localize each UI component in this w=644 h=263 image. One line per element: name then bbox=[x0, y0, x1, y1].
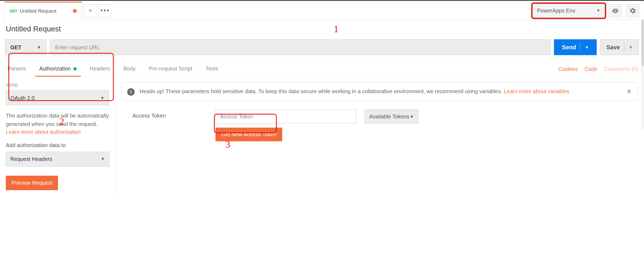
close-notice-button[interactable]: ✕ bbox=[626, 87, 632, 95]
caret-down-icon: ▼ bbox=[410, 114, 414, 119]
send-button[interactable]: Send ▼ bbox=[554, 39, 597, 55]
available-tokens-label: Available Tokens bbox=[369, 113, 409, 119]
method-select[interactable]: GET ▼ bbox=[5, 39, 46, 55]
gear-icon bbox=[629, 7, 637, 14]
new-tab-button[interactable]: + bbox=[84, 4, 97, 17]
code-link[interactable]: Code bbox=[584, 66, 597, 72]
tab-bar: GET Untitled Request + ••• PowerApps Env… bbox=[0, 2, 644, 20]
tab-authorization[interactable]: Authorization bbox=[38, 62, 78, 76]
tab-title: Untitled Request bbox=[20, 8, 57, 14]
url-placeholder: Enter request URL bbox=[55, 44, 100, 50]
tab-headers[interactable]: Headers bbox=[88, 62, 112, 76]
info-icon: ! bbox=[127, 88, 135, 96]
available-tokens-select[interactable]: Available Tokens ▼ bbox=[365, 109, 418, 124]
annotation-number-1: 1 bbox=[334, 23, 339, 35]
access-token-placeholder: Access Token bbox=[220, 113, 253, 119]
add-auth-select[interactable]: Request Headers ▼ bbox=[6, 151, 109, 166]
environment-select[interactable]: PowerApps Env ▼ bbox=[532, 4, 605, 18]
auth-type-select[interactable]: OAuth 2.0 ▼ bbox=[6, 90, 109, 105]
auth-side-panel: TYPE OAuth 2.0 ▼ The authorization data … bbox=[0, 77, 115, 196]
url-input[interactable]: Enter request URL bbox=[50, 39, 551, 55]
comments-link[interactable]: Comments (0) bbox=[604, 66, 638, 72]
settings-button[interactable] bbox=[626, 4, 640, 18]
type-label: TYPE bbox=[6, 83, 109, 88]
caret-down-icon: ▼ bbox=[100, 96, 104, 100]
tab-body[interactable]: Body bbox=[122, 62, 138, 76]
caret-down-icon: ▼ bbox=[37, 45, 41, 50]
tab-params[interactable]: Params bbox=[6, 62, 28, 76]
add-auth-value: Request Headers bbox=[10, 156, 52, 162]
unsaved-dot-icon bbox=[73, 9, 77, 13]
learn-variables-link[interactable]: Learn more about variables bbox=[504, 88, 569, 95]
access-token-input[interactable]: Access Token bbox=[216, 109, 356, 124]
annotation-number-2: 2 bbox=[59, 116, 64, 127]
request-sub-tabs: Params Authorization Headers Body Pre-re… bbox=[0, 59, 644, 76]
method-value: GET bbox=[10, 44, 21, 50]
caret-down-icon: ▼ bbox=[101, 157, 105, 161]
add-auth-label: Add authorization data to bbox=[6, 142, 109, 148]
tab-tests[interactable]: Tests bbox=[204, 62, 220, 76]
preview-request-button[interactable]: Preview Request bbox=[6, 176, 58, 190]
caret-down-icon: ▼ bbox=[585, 45, 589, 50]
request-row: GET ▼ Enter request URL Send ▼ Save ▼ bbox=[0, 37, 644, 59]
auth-type-value: OAuth 2.0 bbox=[10, 95, 35, 101]
environment-label: PowerApps Env bbox=[537, 7, 575, 14]
request-title: Untitled Request bbox=[0, 20, 644, 37]
save-button[interactable]: Save ▼ bbox=[600, 39, 639, 55]
tab-prerequest[interactable]: Pre-request Script bbox=[147, 62, 194, 76]
sensitive-data-notice: ! Heads up! These parameters hold sensit… bbox=[121, 82, 638, 101]
save-label: Save bbox=[606, 44, 620, 50]
eye-icon bbox=[612, 7, 619, 14]
access-token-label: Access Token bbox=[133, 109, 207, 119]
tab-method: GET bbox=[9, 9, 17, 13]
auth-description: The authorization data will be automatic… bbox=[6, 112, 109, 136]
caret-down-icon: ▼ bbox=[596, 8, 600, 13]
quick-look-button[interactable] bbox=[608, 4, 622, 18]
auth-main-panel: ! Heads up! These parameters hold sensit… bbox=[115, 77, 644, 196]
active-dot-icon bbox=[73, 67, 76, 70]
cookies-link[interactable]: Cookies bbox=[558, 66, 578, 72]
request-tab[interactable]: GET Untitled Request bbox=[4, 1, 82, 20]
learn-auth-link[interactable]: Learn more about authorization bbox=[6, 129, 80, 135]
tab-overflow-button[interactable]: ••• bbox=[99, 4, 112, 17]
send-label: Send bbox=[562, 44, 576, 50]
annotation-number-3: 3 bbox=[225, 139, 230, 150]
caret-down-icon: ▼ bbox=[629, 45, 633, 50]
